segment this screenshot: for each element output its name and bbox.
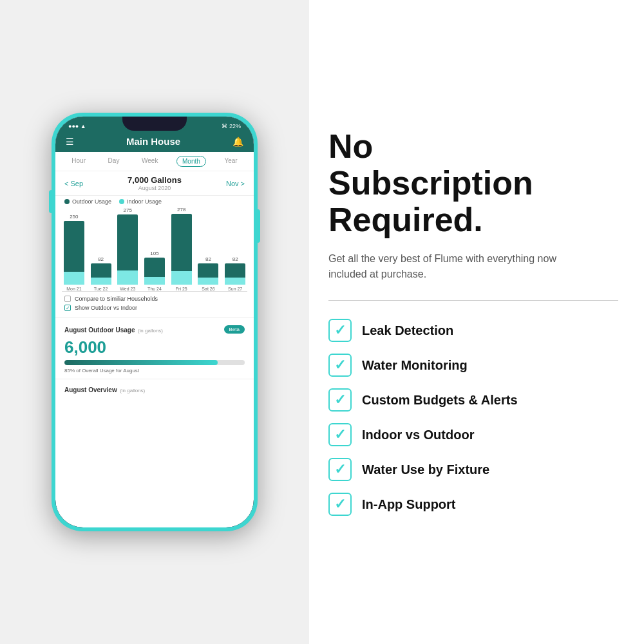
bar-day-label: Thu 24 [147, 287, 162, 291]
legend-outdoor: Outdoor Usage [64, 198, 111, 205]
feature-item: ✓Leak Detection [328, 319, 618, 342]
indoor-label: Indoor Usage [127, 198, 162, 205]
outdoor-label: Outdoor Usage [72, 198, 111, 205]
feature-label: Leak Detection [362, 323, 453, 338]
tab-week[interactable]: Week [138, 156, 162, 167]
check-box: ✓ [328, 319, 352, 342]
feature-label: In-App Support [362, 497, 456, 512]
notch [122, 117, 187, 131]
feature-list: ✓Leak Detection✓Water Monitoring✓Custom … [328, 319, 618, 516]
phone-shell: ●●● ▲ ⌘ 22% ☰ Main House 🔔 Hour Day Week… [52, 113, 258, 531]
bar-stack [142, 258, 167, 285]
options-section: Compare to Similiar Households ✓ Show Ou… [55, 292, 254, 318]
usage-section: August Outdoor Usage (in gallons) Beta 6… [55, 318, 254, 379]
phone-inner: ●●● ▲ ⌘ 22% ☰ Main House 🔔 Hour Day Week… [55, 117, 254, 527]
overview-title: August Overview [64, 386, 117, 393]
bar-group: 105Thu 24 [142, 251, 167, 291]
menu-icon[interactable]: ☰ [66, 137, 74, 147]
check-box: ✓ [328, 493, 352, 516]
tab-month[interactable]: Month [176, 156, 206, 167]
next-month-button[interactable]: Nov > [226, 180, 245, 187]
tab-hour[interactable]: Hour [68, 156, 90, 167]
chart-legend: Outdoor Usage Indoor Usage [55, 196, 254, 207]
indoor-bar [171, 271, 192, 285]
progress-bar [64, 360, 245, 365]
outdoor-bar [117, 214, 138, 270]
indoor-bar [117, 270, 138, 285]
bar-value-label: 82 [232, 256, 238, 262]
status-time: ●●● ▲ [68, 123, 86, 129]
overview-section: August Overview (in gallons) [55, 379, 254, 399]
tab-year[interactable]: Year [220, 156, 241, 167]
outdoor-bar [171, 214, 192, 271]
outdoor-dot [64, 199, 70, 204]
bar-value-label: 250 [70, 214, 78, 220]
bar-day-label: Fri 25 [176, 287, 187, 291]
bar-day-label: Wed 23 [120, 287, 135, 291]
tab-day[interactable]: Day [104, 156, 124, 167]
legend-indoor: Indoor Usage [119, 198, 162, 205]
indoor-bar [225, 278, 245, 285]
month-nav: < Sep 7,000 Gallons August 2020 Nov > [55, 171, 254, 196]
app-header: ☰ Main House 🔔 [55, 133, 254, 152]
feature-label: Indoor vs Outdoor [362, 428, 474, 442]
check-box: ✓ [328, 423, 352, 446]
bar-day-label: Sun 27 [228, 287, 242, 291]
outdoor-bar [144, 258, 165, 277]
right-panel: NoSubscriptionRequired. Get all the very… [309, 0, 644, 644]
bell-icon[interactable]: 🔔 [232, 137, 243, 147]
bar-stack [223, 263, 247, 285]
check-mark-icon: ✓ [334, 428, 346, 442]
check-mark-icon: ✓ [334, 497, 346, 511]
option-show-outdoor: ✓ Show Outdoor vs Indoor [64, 305, 245, 311]
check-box: ✓ [328, 354, 352, 377]
progress-label: 85% of Overall Usage for August [64, 368, 245, 374]
bar-group: 250Mon 21 [62, 214, 86, 291]
feature-label: Water Monitoring [362, 358, 468, 373]
feature-item: ✓Indoor vs Outdoor [328, 423, 618, 446]
headline: NoSubscriptionRequired. [328, 128, 618, 239]
overview-subtitle: (in gallons) [120, 388, 145, 393]
check-box: ✓ [328, 458, 352, 481]
divider [328, 300, 618, 301]
bar-value-label: 275 [124, 207, 132, 213]
prev-month-button[interactable]: < Sep [64, 180, 83, 187]
bar-stack [115, 214, 140, 285]
feature-item: ✓In-App Support [328, 493, 618, 516]
current-period: 7,000 Gallons August 2020 [128, 175, 182, 191]
check-mark-icon: ✓ [334, 462, 346, 477]
feature-label: Water Use by Fixture [362, 462, 489, 477]
period-date: August 2020 [128, 185, 182, 191]
bar-group: 82Sat 26 [196, 256, 221, 291]
bar-value-label: 82 [98, 256, 104, 262]
outdoor-bar [91, 263, 111, 278]
bar-value-label: 105 [150, 251, 158, 256]
feature-item: ✓Water Monitoring [328, 354, 618, 377]
bar-day-label: Tue 22 [94, 287, 108, 291]
bar-stack [196, 263, 221, 285]
app-screen: ●●● ▲ ⌘ 22% ☰ Main House 🔔 Hour Day Week… [55, 117, 254, 527]
usage-title: August Outdoor Usage [64, 327, 135, 334]
usage-title-group: August Outdoor Usage (in gallons) [64, 323, 163, 335]
usage-subtitle: (in gallons) [138, 328, 163, 334]
outdoor-bar [64, 221, 84, 272]
check-box: ✓ [328, 388, 352, 412]
usage-number: 6,000 [64, 337, 245, 357]
check-mark-icon: ✓ [334, 323, 346, 337]
bar-stack [62, 221, 86, 285]
compare-label: Compare to Similiar Households [75, 296, 158, 302]
bar-stack [89, 263, 113, 285]
usage-header: August Outdoor Usage (in gallons) Beta [64, 323, 245, 335]
outdoor-checkbox[interactable]: ✓ [64, 305, 71, 311]
compare-checkbox[interactable] [64, 296, 71, 302]
indoor-bar [144, 277, 165, 285]
indoor-bar [64, 272, 84, 285]
outdoor-option-label: Show Outdoor vs Indoor [75, 305, 137, 311]
total-gallons: 7,000 Gallons [128, 175, 182, 185]
app-title: Main House [74, 136, 232, 147]
bar-group: 82Sun 27 [223, 256, 247, 291]
bar-value-label: 82 [205, 256, 211, 262]
status-icons: ⌘ 22% [222, 123, 241, 129]
subtext: Get all the very best of Flume with ever… [328, 251, 573, 282]
indoor-dot [119, 199, 124, 204]
